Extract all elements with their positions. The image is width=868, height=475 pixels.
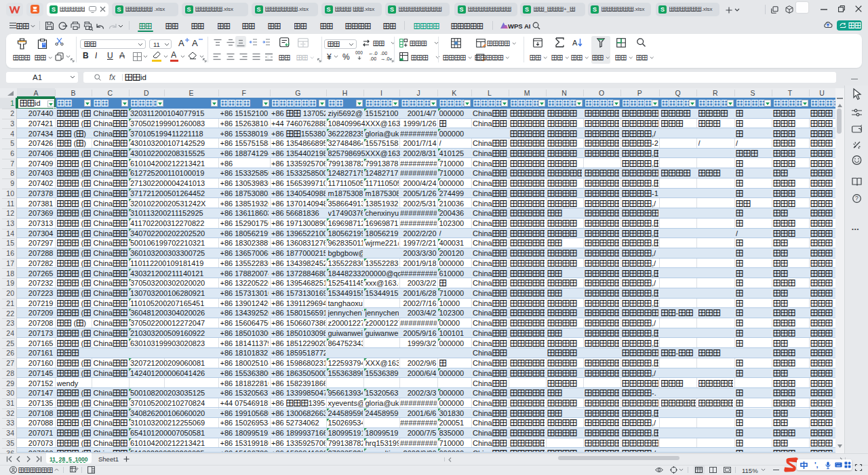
svg-text:?: ?	[855, 195, 859, 202]
svg-text::: :	[267, 54, 269, 59]
svg-text:A: A	[572, 39, 578, 47]
